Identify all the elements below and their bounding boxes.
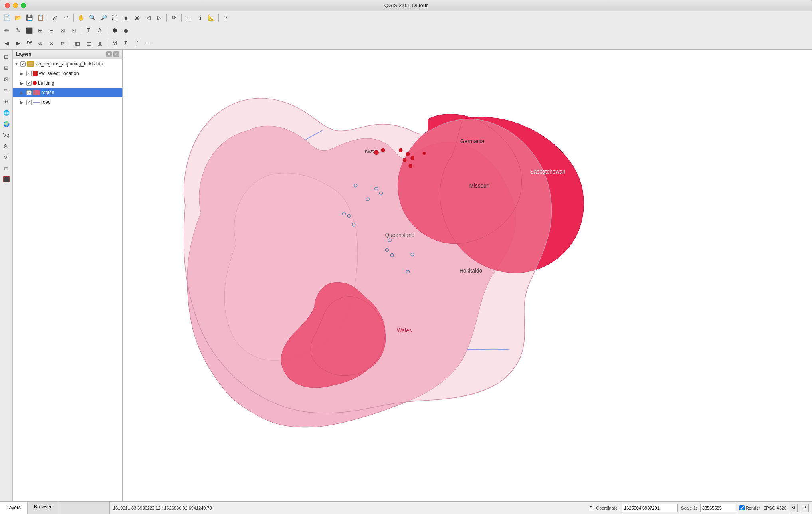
scale-label: Scale 1: <box>681 506 697 510</box>
toolbar-area: 📄 📂 💾 📋 🖨 ↩ ✋ 🔍 🔎 ⛶ ▣ ◉ ◁ ▷ ↺ ⬚ ℹ 📐 ? <box>0 11 812 50</box>
left-tool-3[interactable]: ⊠ <box>1 74 12 84</box>
toolbar-sep-9 <box>107 39 107 47</box>
save-as-button[interactable]: 📋 <box>35 12 46 23</box>
expand-icon-vw-regions: ▼ <box>14 62 19 66</box>
measure-button[interactable]: 📐 <box>206 12 216 23</box>
nav-tool-6[interactable]: ⧈ <box>57 38 68 48</box>
label-wales: Wales <box>397 328 412 334</box>
layer-tabs: Layers Browser <box>0 502 110 514</box>
close-button[interactable] <box>5 3 10 8</box>
checkbox-building[interactable] <box>26 81 32 86</box>
nav-tool-4[interactable]: ⊕ <box>35 38 46 48</box>
checkbox-vw-regions[interactable] <box>20 61 26 67</box>
open-project-button[interactable]: 📂 <box>13 12 23 23</box>
analysis-tool-1[interactable]: M <box>109 38 120 48</box>
maximize-button[interactable] <box>21 3 26 8</box>
left-tool-5[interactable]: ≋ <box>1 96 12 107</box>
coord-input[interactable] <box>622 504 678 512</box>
analysis-tool-2[interactable]: Σ <box>121 38 131 48</box>
icon-region <box>33 90 40 95</box>
toolbar-sep-3 <box>166 14 167 22</box>
pan-button[interactable]: ✋ <box>76 12 86 23</box>
icon-vw-select <box>33 71 38 76</box>
annotation-tool[interactable]: A <box>95 25 105 36</box>
vector-tool-2[interactable]: ▤ <box>83 38 94 48</box>
traffic-lights <box>5 3 26 8</box>
toolbar-row-1: 📄 📂 💾 📋 🖨 ↩ ✋ 🔍 🔎 ⛶ ▣ ◉ ◁ ▷ ↺ ⬚ ℹ 📐 ? <box>0 11 812 24</box>
nav-tool-1[interactable]: ◀ <box>2 38 12 48</box>
scale-input[interactable] <box>700 504 736 512</box>
toolbar-sep-8 <box>70 39 70 47</box>
layers-panel: Layers ✕ ○ ▼ vw_regions_adjoining_hokkai… <box>13 50 123 501</box>
print-button[interactable]: 🖨 <box>50 12 60 23</box>
edit-tool-5[interactable]: ⊟ <box>46 25 57 36</box>
checkbox-region[interactable] <box>26 90 32 95</box>
edit-tool-3[interactable]: ⬛ <box>24 25 34 36</box>
dot-3 <box>399 148 403 152</box>
layer-item-building[interactable]: ▶ building <box>13 78 122 88</box>
zoom-layer-button[interactable]: ▣ <box>121 12 131 23</box>
main-area: ⊞ ⊞ ⊠ ✏ ≋ 🌐 🌍 Vq 9. V. □ ⬛ Layers ✕ ○ <box>0 50 812 501</box>
options-layers-icon[interactable]: ○ <box>113 51 119 57</box>
layer-item-road[interactable]: ▶ road <box>13 97 122 107</box>
left-tool-10[interactable]: V. <box>1 152 12 162</box>
label-hokkaido: Hokkaido <box>459 268 483 274</box>
zoom-next-button[interactable]: ▷ <box>154 12 164 23</box>
layer-item-region[interactable]: ▶ region <box>13 88 122 97</box>
edit-tool-4[interactable]: ⊞ <box>35 25 46 36</box>
left-tool-4[interactable]: ✏ <box>1 85 12 95</box>
vector-tool-1[interactable]: ▦ <box>72 38 83 48</box>
identify-button[interactable]: ℹ <box>195 12 205 23</box>
edit-tool-7[interactable]: ⊡ <box>69 25 79 36</box>
help-button[interactable]: ? <box>221 12 231 23</box>
zoom-out-button[interactable]: 🔎 <box>98 12 109 23</box>
left-tool-8[interactable]: Vq <box>1 130 12 140</box>
checkbox-vw-select[interactable] <box>26 71 32 76</box>
save-project-button[interactable]: 💾 <box>24 12 34 23</box>
dot-8 <box>408 164 412 168</box>
undo-button[interactable]: ↩ <box>61 12 71 23</box>
zoom-last-button[interactable]: ◁ <box>143 12 153 23</box>
left-tool-6[interactable]: 🌐 <box>1 107 12 118</box>
expand-icon-building: ▶ <box>20 81 25 85</box>
toolbar-sep-2 <box>73 14 74 22</box>
tab-layers[interactable]: Layers <box>0 502 28 514</box>
titlebar: QGIS 2.0.1-Dufour <box>0 0 812 11</box>
tab-browser[interactable]: Browser <box>28 502 58 514</box>
render-checkbox-group: Render <box>739 505 760 510</box>
epsg-help-button[interactable]: ? <box>801 504 809 512</box>
edit-tool-2[interactable]: ✎ <box>13 25 23 36</box>
checkbox-road[interactable] <box>26 100 32 105</box>
analysis-tool-3[interactable]: ∫ <box>132 38 142 48</box>
analysis-tool-4[interactable]: ⋯ <box>143 38 153 48</box>
select-button[interactable]: ⬚ <box>184 12 194 23</box>
left-tool-red[interactable]: ⬛ <box>3 176 10 182</box>
render-checkbox[interactable] <box>739 505 745 510</box>
nav-tool-3[interactable]: 🗺 <box>24 38 34 48</box>
layer-item-vw-select[interactable]: ▶ vw_select_location <box>13 69 122 78</box>
edit-tool-6[interactable]: ⊠ <box>57 25 68 36</box>
zoom-full-button[interactable]: ⛶ <box>109 12 120 23</box>
zoom-select-button[interactable]: ◉ <box>132 12 142 23</box>
layer-item-vw-regions[interactable]: ▼ vw_regions_adjoining_hokkaido <box>13 59 122 69</box>
epsg-settings-button[interactable]: ⚙ <box>790 504 798 512</box>
coord-label: Coordinate: <box>596 506 619 510</box>
left-tool-9[interactable]: 9. <box>1 141 12 151</box>
minimize-button[interactable] <box>13 3 18 8</box>
nav-tool-5[interactable]: ⊗ <box>46 38 57 48</box>
plugin-tool-1[interactable]: ⬢ <box>109 25 120 36</box>
left-tool-1[interactable]: ⊞ <box>1 51 12 62</box>
edit-tool-1[interactable]: ✏ <box>2 25 12 36</box>
label-tool[interactable]: T <box>83 25 94 36</box>
new-project-button[interactable]: 📄 <box>2 12 12 23</box>
zoom-in-button[interactable]: 🔍 <box>87 12 97 23</box>
vector-tool-3[interactable]: ▥ <box>95 38 105 48</box>
nav-tool-2[interactable]: ▶ <box>13 38 23 48</box>
map-canvas[interactable]: Germania Missouri Saskatchewan KwaZulu Q… <box>123 50 812 501</box>
refresh-button[interactable]: ↺ <box>169 12 179 23</box>
close-layers-icon[interactable]: ✕ <box>106 51 112 57</box>
left-tool-7[interactable]: 🌍 <box>1 119 12 129</box>
left-tool-11[interactable]: □ <box>1 163 12 174</box>
left-tool-2[interactable]: ⊞ <box>1 63 12 73</box>
plugin-tool-2[interactable]: ◈ <box>121 25 131 36</box>
